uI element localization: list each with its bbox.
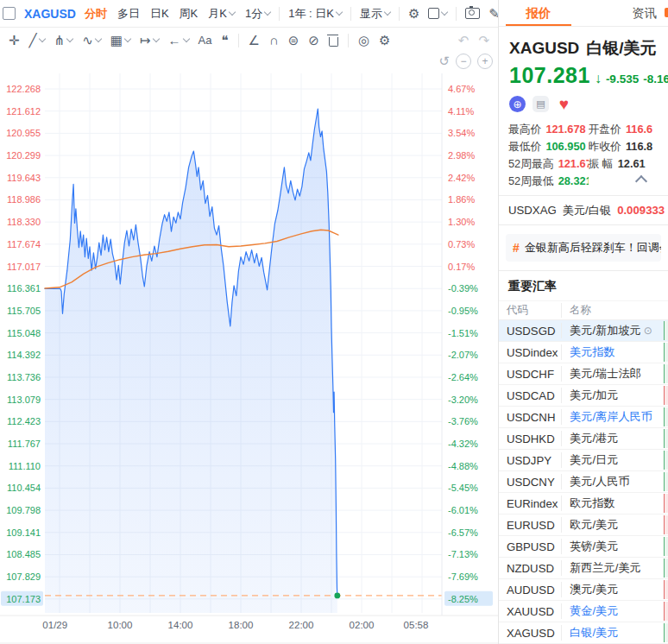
- magnet-tool-icon[interactable]: ∩: [269, 34, 279, 47]
- fx-trend-cell-green: [664, 472, 668, 491]
- stat-昨收价: 昨收价116.8: [589, 139, 668, 154]
- comment-tool-icon[interactable]: ❝: [221, 34, 228, 47]
- fx-row-USDHKD[interactable]: USDHKD美元/港元: [499, 428, 668, 450]
- fx-row-USDCNH[interactable]: USDCNH美元/离岸人民币: [499, 407, 668, 428]
- pct-tick-label: -1.51%: [448, 328, 478, 338]
- delete-drawings-tool-icon[interactable]: [329, 35, 338, 47]
- chevron-down-icon: [95, 35, 102, 42]
- watchlist-icon[interactable]: [3, 7, 16, 20]
- fx-trend-cell-green: [664, 343, 668, 362]
- price-change: -9.535: [606, 73, 639, 85]
- pct-tick-label: -3.20%: [448, 395, 478, 405]
- fx-row-USDCHF[interactable]: USDCHF美元/瑞士法郎: [499, 363, 668, 385]
- tab-quote[interactable]: 报价: [499, 0, 578, 26]
- price-tick-label: 112.423: [7, 416, 41, 426]
- zoom-in-icon[interactable]: +: [477, 54, 493, 69]
- pitchfork-tool-icon[interactable]: ⋔: [54, 34, 73, 47]
- pct-tick-label: -7.69%: [448, 571, 478, 582]
- chevron-up-icon[interactable]: [635, 175, 647, 187]
- tab-news[interactable]: 资讯: [578, 0, 668, 26]
- chart-zoom-controls: ↺ − +: [438, 54, 493, 69]
- favorite-heart-icon[interactable]: ♥: [556, 96, 572, 112]
- fx-row-EURUSD[interactable]: EURUSD欧元/美元: [499, 515, 668, 536]
- globe-icon[interactable]: ⊕: [509, 96, 526, 112]
- reset-view-icon[interactable]: ↺: [438, 54, 450, 69]
- price-tick-label: 118.986: [7, 194, 41, 205]
- note-icon[interactable]: ▤: [533, 96, 549, 112]
- interval-tab-2[interactable]: 日K: [150, 6, 169, 22]
- lock-drawings-tool-icon[interactable]: ⊜: [288, 34, 299, 47]
- fx-row-USDSGD[interactable]: USDSGD美元/新加坡元⊙: [499, 320, 668, 342]
- zoom-out-icon[interactable]: −: [456, 54, 471, 69]
- time-tick-label: 10:00: [108, 620, 133, 630]
- price-tick-label: 115.048: [7, 328, 41, 338]
- fx-trend-cell-green: [664, 407, 668, 426]
- interval-tab-5[interactable]: 1分: [245, 6, 270, 22]
- chart-area[interactable]: 122.2684.67%121.6124.11%120.9553.54%120.…: [0, 52, 498, 644]
- drawing-settings-icon[interactable]: ⚙: [379, 34, 390, 47]
- hide-drawings-tool-icon[interactable]: ⊘: [308, 34, 319, 47]
- interval-tab-1[interactable]: 多日: [117, 6, 140, 22]
- trading-app: XAGUSD 分时多日日K周K月K1分 1年 : 日K 显示 ⚙ ✎ ◨ ✛╱⋔…: [0, 0, 668, 644]
- fx-row-EURindex[interactable]: EURindex欧元指数: [499, 493, 668, 515]
- symbol-button[interactable]: XAGUSD: [24, 7, 76, 21]
- fx-row-XAGUSD[interactable]: XAGUSD白银/美元: [499, 622, 668, 644]
- price-chart-canvas[interactable]: 122.2684.67%121.6124.11%120.9553.54%120.…: [0, 52, 498, 644]
- info-circle-icon[interactable]: ⊙: [644, 325, 652, 337]
- range-selector[interactable]: 1年 : 日K: [288, 6, 342, 22]
- pct-tick-label: 2.42%: [448, 173, 475, 183]
- quote-stats: 最高价121.678开盘价116.6最低价106.950昨收价116.852周最…: [499, 122, 668, 188]
- pct-tick-label: -7.13%: [448, 549, 478, 559]
- trend-line-tool-icon[interactable]: ╱: [29, 34, 45, 47]
- usdxag-code: USDXAG: [508, 204, 557, 217]
- wave-tool-icon[interactable]: ∿: [82, 34, 101, 47]
- price-tick-label: 109.141: [6, 527, 41, 538]
- redo-icon[interactable]: ↷: [478, 34, 489, 47]
- price-tick-label: 117.017: [7, 262, 41, 272]
- chevron-down-icon: [38, 35, 45, 42]
- stats-collapse: [589, 174, 668, 188]
- price-area-fill: [45, 109, 337, 613]
- fx-code: USDCAD: [499, 389, 561, 402]
- fx-row-USDJPY[interactable]: USDJPY美元/日元: [499, 450, 668, 471]
- stat-52周最低: 52周最低28.321: [508, 174, 589, 188]
- fx-row-USDindex[interactable]: USDindex美元指数: [499, 342, 668, 363]
- fx-row-USDCNY[interactable]: USDCNY美元/人民币: [499, 471, 668, 493]
- fx-rates-section: 重要汇率 代码 名称 USDSGD美元/新加坡元⊙USDindex美元指数USD…: [499, 270, 668, 644]
- undo-icon[interactable]: ↶: [458, 34, 469, 47]
- fx-row-XAUUSD[interactable]: XAUUSD黄金/美元: [499, 601, 668, 622]
- usdxag-row[interactable]: USDXAG 美元/白银 0.009333 +: [499, 196, 668, 225]
- sync-charts-tool-icon[interactable]: ◎: [358, 34, 369, 47]
- settings-gear-icon[interactable]: ⚙: [408, 7, 419, 20]
- arrow-mark-tool-icon[interactable]: ←: [168, 34, 189, 47]
- measure-tool-icon[interactable]: ↦: [140, 34, 159, 47]
- fx-row-GBPUSD[interactable]: GBPUSD英镑/美元: [499, 536, 668, 558]
- fx-row-AUDUSD[interactable]: AUDUSD澳元/美元: [499, 579, 668, 601]
- text-tool-icon[interactable]: Aa: [199, 35, 212, 46]
- pattern-tool-icon[interactable]: ▦: [110, 34, 130, 47]
- divider: [238, 34, 239, 47]
- price-tick-label: 120.299: [6, 150, 41, 161]
- news-banner[interactable]: # 金银新高后轻踩刹车！回调会: [506, 234, 661, 262]
- cursor-move-tool-icon[interactable]: ✛: [9, 34, 20, 47]
- stat-最高价: 最高价121.678: [508, 122, 589, 136]
- interval-tab-0[interactable]: 分时: [85, 6, 107, 22]
- fx-row-USDCAD[interactable]: USDCAD美元/加元: [499, 385, 668, 407]
- interval-tab-3[interactable]: 周K: [180, 6, 199, 22]
- display-menu[interactable]: 显示: [360, 6, 390, 22]
- fx-trend-cell-red: [664, 515, 668, 534]
- angle-tool-icon[interactable]: ∠: [249, 34, 260, 47]
- quote-actions: ⊕ ▤ ♥: [499, 88, 668, 112]
- snapshot-camera-icon[interactable]: [465, 8, 480, 19]
- pct-tick-label: 0.17%: [448, 262, 475, 272]
- pct-tick-label: -0.95%: [448, 306, 478, 316]
- pct-tick-label: 0.73%: [448, 239, 475, 249]
- divider: [348, 34, 349, 47]
- interval-tab-4[interactable]: 月K: [208, 6, 235, 22]
- fx-trend-cell-green: [664, 321, 668, 340]
- usdxag-value: 0.009333: [617, 204, 665, 217]
- chevron-down-icon: [384, 9, 391, 16]
- fx-row-NZDUSD[interactable]: NZDUSD新西兰元/美元: [499, 558, 668, 579]
- price-tick-label: 107.173: [6, 594, 41, 604]
- chart-style-selector[interactable]: [428, 8, 447, 19]
